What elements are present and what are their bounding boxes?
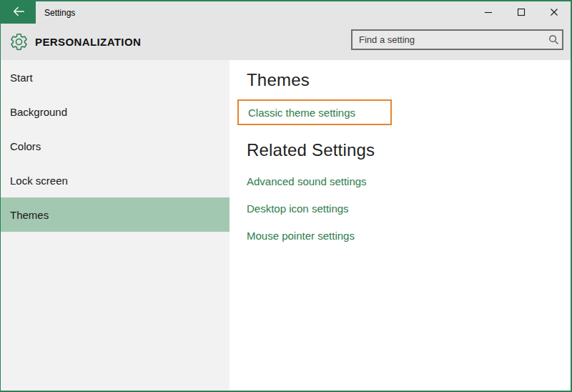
gear-icon xyxy=(9,32,29,52)
themes-heading: Themes xyxy=(247,70,571,90)
link-advanced-sound-settings[interactable]: Advanced sound settings xyxy=(247,175,367,187)
back-button[interactable] xyxy=(1,1,36,24)
related-links: Advanced sound settings Desktop icon set… xyxy=(247,175,571,242)
link-desktop-icon-settings[interactable]: Desktop icon settings xyxy=(247,202,349,215)
sidebar-item-colors[interactable]: Colors xyxy=(1,129,230,163)
search-input[interactable] xyxy=(352,34,545,45)
titlebar: Settings xyxy=(1,1,571,24)
related-settings-heading: Related Settings xyxy=(247,140,571,160)
sidebar-item-start[interactable]: Start xyxy=(1,60,230,94)
window-body: Start Background Colors Lock screen Them… xyxy=(1,60,571,391)
window-title: Settings xyxy=(44,8,75,18)
settings-window: Settings PERSO xyxy=(0,0,572,392)
back-arrow-icon xyxy=(11,6,26,20)
minimize-button[interactable] xyxy=(472,1,505,24)
maximize-icon xyxy=(517,6,526,19)
close-icon xyxy=(550,6,558,19)
search-icon[interactable] xyxy=(545,34,562,45)
search-box xyxy=(351,29,563,50)
maximize-button[interactable] xyxy=(505,1,538,24)
page-title: PERSONALIZATION xyxy=(35,36,141,48)
sidebar-item-background[interactable]: Background xyxy=(1,94,230,129)
content-pane: Themes Classic theme settings Related Se… xyxy=(230,60,571,391)
sidebar-item-themes[interactable]: Themes xyxy=(1,197,230,232)
sidebar-item-lock-screen[interactable]: Lock screen xyxy=(1,163,230,197)
caption-buttons xyxy=(472,1,571,24)
classic-theme-settings-button[interactable]: Classic theme settings xyxy=(237,99,392,125)
page-header: PERSONALIZATION xyxy=(1,24,571,60)
link-mouse-pointer-settings[interactable]: Mouse pointer settings xyxy=(247,230,355,242)
minimize-icon xyxy=(484,6,493,19)
close-button[interactable] xyxy=(538,1,571,24)
sidebar: Start Background Colors Lock screen Them… xyxy=(1,60,230,391)
